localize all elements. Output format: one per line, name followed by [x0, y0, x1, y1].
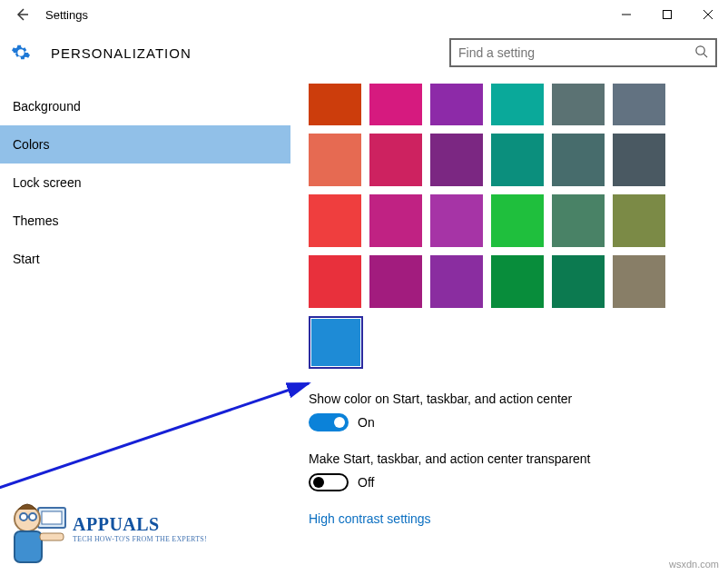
color-swatch[interactable]: [309, 134, 361, 186]
appuals-badge: APPUALS TECH HOW-TO'S FROM THE EXPERTS!: [5, 488, 207, 570]
color-swatch[interactable]: [430, 255, 483, 308]
svg-line-5: [703, 54, 707, 57]
selected-color-swatch[interactable]: [309, 316, 363, 369]
color-swatch[interactable]: [491, 194, 544, 247]
show-color-toggle[interactable]: [309, 413, 349, 431]
color-swatch[interactable]: [309, 194, 361, 247]
color-swatch[interactable]: [369, 84, 422, 125]
page-title: PERSONALIZATION: [51, 45, 192, 61]
back-button[interactable]: [9, 2, 34, 27]
svg-rect-8: [42, 511, 62, 524]
color-swatch[interactable]: [309, 84, 361, 125]
color-swatch[interactable]: [552, 84, 605, 125]
color-swatch[interactable]: [491, 134, 544, 186]
svg-rect-14: [40, 533, 64, 540]
minimize-button[interactable]: [605, 0, 646, 29]
color-swatch[interactable]: [613, 84, 665, 125]
color-swatch[interactable]: [430, 84, 483, 125]
search-box[interactable]: [449, 38, 717, 67]
sidebar-item-colors[interactable]: Colors: [0, 125, 290, 164]
sidebar-item-themes[interactable]: Themes: [0, 202, 290, 240]
color-swatch[interactable]: [552, 134, 605, 186]
color-swatch[interactable]: [369, 134, 422, 186]
content: Show color on Start, taskbar, and action…: [290, 84, 728, 568]
color-swatch[interactable]: [491, 255, 544, 308]
header-row: PERSONALIZATION: [0, 29, 728, 84]
show-color-state: On: [358, 415, 375, 430]
color-swatch[interactable]: [430, 194, 483, 247]
gear-icon: [11, 43, 31, 63]
appuals-brand: APPUALS: [73, 514, 207, 535]
color-swatch[interactable]: [552, 194, 605, 247]
svg-point-11: [29, 513, 36, 520]
svg-rect-1: [663, 11, 671, 19]
window-controls: [605, 0, 728, 29]
transparency-label: Make Start, taskbar, and action center t…: [309, 451, 719, 466]
appuals-tagline: TECH HOW-TO'S FROM THE EXPERTS!: [73, 535, 207, 543]
window-title: Settings: [45, 8, 88, 22]
sidebar-item-background[interactable]: Background: [0, 87, 290, 125]
search-icon: [694, 45, 708, 61]
color-swatch[interactable]: [613, 134, 665, 186]
sidebar-item-lock-screen[interactable]: Lock screen: [0, 164, 290, 202]
transparency-toggle[interactable]: [309, 473, 349, 491]
color-swatch[interactable]: [309, 255, 361, 308]
transparency-state: Off: [358, 475, 374, 490]
show-color-toggle-row: On: [309, 413, 719, 431]
watermark: wsxdn.com: [669, 559, 719, 570]
show-color-label: Show color on Start, taskbar, and action…: [309, 392, 719, 406]
color-swatch[interactable]: [613, 194, 665, 247]
high-contrast-link[interactable]: High contrast settings: [309, 511, 719, 526]
color-swatch[interactable]: [369, 194, 422, 247]
color-swatch[interactable]: [491, 84, 544, 125]
svg-rect-13: [15, 531, 42, 562]
sidebar-item-start[interactable]: Start: [0, 240, 290, 278]
color-swatch-grid: [309, 84, 719, 308]
color-swatch[interactable]: [430, 134, 483, 186]
color-swatch[interactable]: [552, 255, 605, 308]
svg-point-4: [696, 46, 704, 55]
titlebar: Settings: [0, 0, 728, 29]
close-button[interactable]: [687, 0, 728, 29]
color-swatch[interactable]: [369, 255, 422, 308]
search-input[interactable]: [458, 45, 694, 60]
svg-point-10: [20, 513, 27, 520]
transparency-toggle-row: Off: [309, 473, 719, 491]
maximize-button[interactable]: [646, 0, 687, 29]
color-swatch[interactable]: [613, 255, 665, 308]
